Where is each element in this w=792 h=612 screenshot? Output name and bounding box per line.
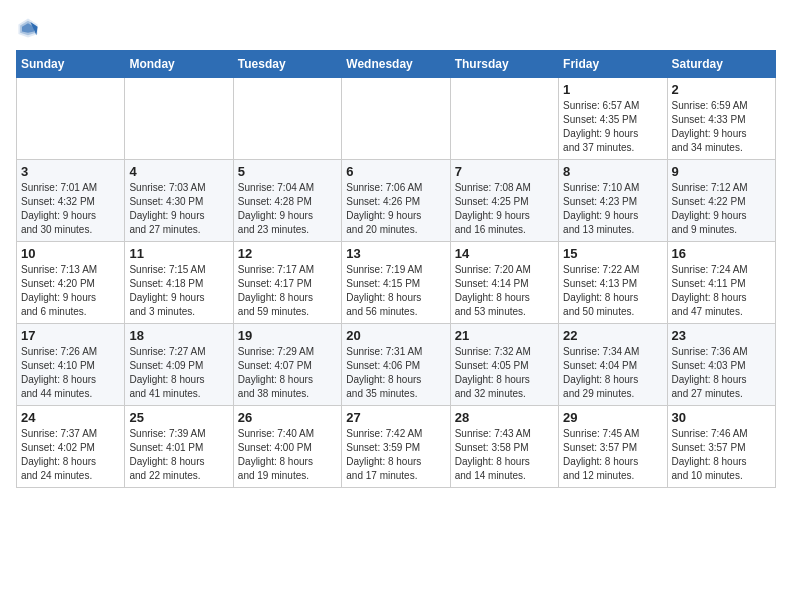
header-cell-monday: Monday	[125, 51, 233, 78]
day-cell: 1Sunrise: 6:57 AM Sunset: 4:35 PM Daylig…	[559, 78, 667, 160]
day-cell: 9Sunrise: 7:12 AM Sunset: 4:22 PM Daylig…	[667, 160, 775, 242]
day-cell: 5Sunrise: 7:04 AM Sunset: 4:28 PM Daylig…	[233, 160, 341, 242]
day-info: Sunrise: 7:43 AM Sunset: 3:58 PM Dayligh…	[455, 427, 554, 483]
day-number: 19	[238, 328, 337, 343]
day-info: Sunrise: 7:26 AM Sunset: 4:10 PM Dayligh…	[21, 345, 120, 401]
day-number: 13	[346, 246, 445, 261]
day-info: Sunrise: 7:08 AM Sunset: 4:25 PM Dayligh…	[455, 181, 554, 237]
header-cell-saturday: Saturday	[667, 51, 775, 78]
day-cell: 7Sunrise: 7:08 AM Sunset: 4:25 PM Daylig…	[450, 160, 558, 242]
day-cell: 16Sunrise: 7:24 AM Sunset: 4:11 PM Dayli…	[667, 242, 775, 324]
day-info: Sunrise: 7:24 AM Sunset: 4:11 PM Dayligh…	[672, 263, 771, 319]
day-info: Sunrise: 7:36 AM Sunset: 4:03 PM Dayligh…	[672, 345, 771, 401]
header-cell-wednesday: Wednesday	[342, 51, 450, 78]
day-cell: 26Sunrise: 7:40 AM Sunset: 4:00 PM Dayli…	[233, 406, 341, 488]
day-info: Sunrise: 7:01 AM Sunset: 4:32 PM Dayligh…	[21, 181, 120, 237]
day-info: Sunrise: 7:32 AM Sunset: 4:05 PM Dayligh…	[455, 345, 554, 401]
day-cell: 22Sunrise: 7:34 AM Sunset: 4:04 PM Dayli…	[559, 324, 667, 406]
day-cell: 15Sunrise: 7:22 AM Sunset: 4:13 PM Dayli…	[559, 242, 667, 324]
day-info: Sunrise: 7:31 AM Sunset: 4:06 PM Dayligh…	[346, 345, 445, 401]
week-row-3: 17Sunrise: 7:26 AM Sunset: 4:10 PM Dayli…	[17, 324, 776, 406]
day-info: Sunrise: 7:17 AM Sunset: 4:17 PM Dayligh…	[238, 263, 337, 319]
day-cell	[17, 78, 125, 160]
day-info: Sunrise: 7:37 AM Sunset: 4:02 PM Dayligh…	[21, 427, 120, 483]
day-cell: 13Sunrise: 7:19 AM Sunset: 4:15 PM Dayli…	[342, 242, 450, 324]
day-cell: 17Sunrise: 7:26 AM Sunset: 4:10 PM Dayli…	[17, 324, 125, 406]
day-cell: 14Sunrise: 7:20 AM Sunset: 4:14 PM Dayli…	[450, 242, 558, 324]
day-cell: 11Sunrise: 7:15 AM Sunset: 4:18 PM Dayli…	[125, 242, 233, 324]
day-number: 16	[672, 246, 771, 261]
week-row-1: 3Sunrise: 7:01 AM Sunset: 4:32 PM Daylig…	[17, 160, 776, 242]
day-number: 28	[455, 410, 554, 425]
day-cell: 18Sunrise: 7:27 AM Sunset: 4:09 PM Dayli…	[125, 324, 233, 406]
day-info: Sunrise: 7:19 AM Sunset: 4:15 PM Dayligh…	[346, 263, 445, 319]
day-number: 17	[21, 328, 120, 343]
day-cell: 10Sunrise: 7:13 AM Sunset: 4:20 PM Dayli…	[17, 242, 125, 324]
week-row-2: 10Sunrise: 7:13 AM Sunset: 4:20 PM Dayli…	[17, 242, 776, 324]
day-info: Sunrise: 7:06 AM Sunset: 4:26 PM Dayligh…	[346, 181, 445, 237]
day-number: 5	[238, 164, 337, 179]
day-number: 8	[563, 164, 662, 179]
day-cell: 6Sunrise: 7:06 AM Sunset: 4:26 PM Daylig…	[342, 160, 450, 242]
day-number: 4	[129, 164, 228, 179]
day-number: 24	[21, 410, 120, 425]
day-cell: 30Sunrise: 7:46 AM Sunset: 3:57 PM Dayli…	[667, 406, 775, 488]
header-cell-thursday: Thursday	[450, 51, 558, 78]
week-row-4: 24Sunrise: 7:37 AM Sunset: 4:02 PM Dayli…	[17, 406, 776, 488]
header-row: SundayMondayTuesdayWednesdayThursdayFrid…	[17, 51, 776, 78]
day-number: 22	[563, 328, 662, 343]
day-info: Sunrise: 7:22 AM Sunset: 4:13 PM Dayligh…	[563, 263, 662, 319]
day-number: 26	[238, 410, 337, 425]
day-number: 15	[563, 246, 662, 261]
day-number: 10	[21, 246, 120, 261]
day-number: 21	[455, 328, 554, 343]
day-number: 27	[346, 410, 445, 425]
day-info: Sunrise: 7:12 AM Sunset: 4:22 PM Dayligh…	[672, 181, 771, 237]
logo-icon	[16, 16, 40, 40]
day-cell: 24Sunrise: 7:37 AM Sunset: 4:02 PM Dayli…	[17, 406, 125, 488]
day-cell	[450, 78, 558, 160]
day-number: 3	[21, 164, 120, 179]
day-info: Sunrise: 7:46 AM Sunset: 3:57 PM Dayligh…	[672, 427, 771, 483]
day-info: Sunrise: 7:10 AM Sunset: 4:23 PM Dayligh…	[563, 181, 662, 237]
logo	[16, 16, 44, 40]
day-number: 9	[672, 164, 771, 179]
day-info: Sunrise: 6:59 AM Sunset: 4:33 PM Dayligh…	[672, 99, 771, 155]
day-cell: 20Sunrise: 7:31 AM Sunset: 4:06 PM Dayli…	[342, 324, 450, 406]
calendar-body: 1Sunrise: 6:57 AM Sunset: 4:35 PM Daylig…	[17, 78, 776, 488]
day-cell: 28Sunrise: 7:43 AM Sunset: 3:58 PM Dayli…	[450, 406, 558, 488]
day-number: 12	[238, 246, 337, 261]
day-cell: 25Sunrise: 7:39 AM Sunset: 4:01 PM Dayli…	[125, 406, 233, 488]
day-info: Sunrise: 7:40 AM Sunset: 4:00 PM Dayligh…	[238, 427, 337, 483]
header-cell-sunday: Sunday	[17, 51, 125, 78]
day-info: Sunrise: 7:29 AM Sunset: 4:07 PM Dayligh…	[238, 345, 337, 401]
day-info: Sunrise: 7:03 AM Sunset: 4:30 PM Dayligh…	[129, 181, 228, 237]
day-info: Sunrise: 7:20 AM Sunset: 4:14 PM Dayligh…	[455, 263, 554, 319]
day-info: Sunrise: 7:34 AM Sunset: 4:04 PM Dayligh…	[563, 345, 662, 401]
day-number: 2	[672, 82, 771, 97]
day-number: 1	[563, 82, 662, 97]
header	[16, 16, 776, 40]
day-number: 25	[129, 410, 228, 425]
day-info: Sunrise: 7:13 AM Sunset: 4:20 PM Dayligh…	[21, 263, 120, 319]
day-cell: 27Sunrise: 7:42 AM Sunset: 3:59 PM Dayli…	[342, 406, 450, 488]
day-cell: 3Sunrise: 7:01 AM Sunset: 4:32 PM Daylig…	[17, 160, 125, 242]
day-number: 7	[455, 164, 554, 179]
day-cell: 2Sunrise: 6:59 AM Sunset: 4:33 PM Daylig…	[667, 78, 775, 160]
day-cell: 23Sunrise: 7:36 AM Sunset: 4:03 PM Dayli…	[667, 324, 775, 406]
day-cell	[125, 78, 233, 160]
week-row-0: 1Sunrise: 6:57 AM Sunset: 4:35 PM Daylig…	[17, 78, 776, 160]
day-number: 30	[672, 410, 771, 425]
day-cell: 29Sunrise: 7:45 AM Sunset: 3:57 PM Dayli…	[559, 406, 667, 488]
day-info: Sunrise: 7:45 AM Sunset: 3:57 PM Dayligh…	[563, 427, 662, 483]
header-cell-tuesday: Tuesday	[233, 51, 341, 78]
day-cell	[233, 78, 341, 160]
day-number: 14	[455, 246, 554, 261]
day-info: Sunrise: 7:27 AM Sunset: 4:09 PM Dayligh…	[129, 345, 228, 401]
calendar-table: SundayMondayTuesdayWednesdayThursdayFrid…	[16, 50, 776, 488]
day-info: Sunrise: 7:15 AM Sunset: 4:18 PM Dayligh…	[129, 263, 228, 319]
header-cell-friday: Friday	[559, 51, 667, 78]
day-cell: 19Sunrise: 7:29 AM Sunset: 4:07 PM Dayli…	[233, 324, 341, 406]
day-info: Sunrise: 7:42 AM Sunset: 3:59 PM Dayligh…	[346, 427, 445, 483]
day-cell	[342, 78, 450, 160]
